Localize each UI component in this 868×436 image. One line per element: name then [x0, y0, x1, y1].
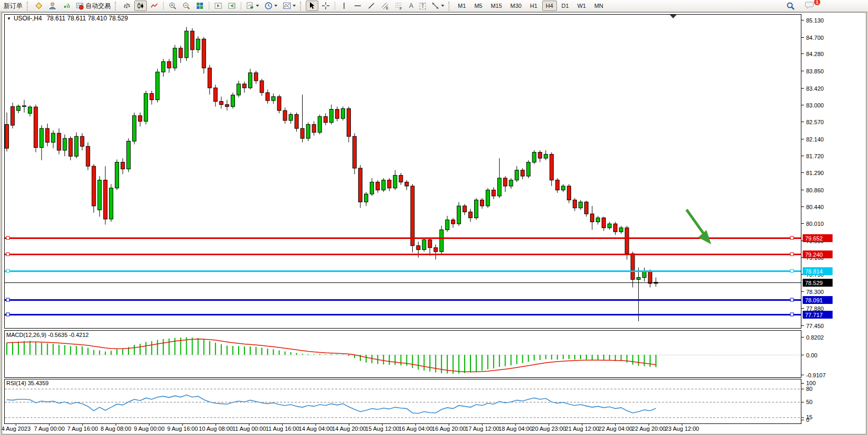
time-tick-label: 23 Aug 12:00	[665, 426, 699, 432]
crosshair-icon	[322, 2, 330, 10]
hline-handle	[6, 313, 9, 316]
bear-candle	[57, 133, 61, 150]
bar-chart-button[interactable]	[121, 1, 133, 11]
candlestick-chart-button[interactable]	[134, 1, 147, 11]
hline-handle	[790, 269, 794, 272]
timeframe-M1[interactable]: M1	[454, 1, 469, 11]
bull-candle	[127, 141, 131, 169]
order-ticket-button[interactable]	[33, 1, 45, 11]
toolbar-separator	[335, 2, 335, 10]
bear-candle	[225, 105, 229, 107]
timeframe-H4[interactable]: H4	[542, 1, 557, 11]
bear-candle	[555, 180, 559, 190]
price-tick-label: 81.720	[806, 153, 824, 159]
notification-badge[interactable]: 1	[813, 0, 821, 6]
rsi-panel[interactable]	[5, 379, 801, 424]
zoom-in-button[interactable]	[166, 1, 179, 11]
horizontal-line-icon	[353, 2, 362, 10]
timeframes-clock-button[interactable]	[262, 1, 280, 11]
chat-bubble-icon	[805, 1, 814, 9]
tile-windows-button[interactable]	[194, 1, 206, 11]
trader-profile-button[interactable]	[46, 1, 59, 11]
bear-candle	[283, 111, 287, 121]
price-tick-label: 81.290	[806, 170, 824, 176]
price-tick-label: 82.140	[806, 136, 824, 143]
text-tool-button[interactable]: A	[406, 1, 416, 11]
line-chart-button[interactable]	[148, 1, 160, 11]
signals-button[interactable]	[60, 1, 72, 11]
timeframe-MN[interactable]: MN	[591, 1, 607, 11]
bear-candle	[347, 108, 350, 136]
timeframe-M15[interactable]: M15	[487, 1, 506, 11]
bull-candle	[272, 96, 275, 101]
time-tick-label: 7 Aug 00:00	[34, 426, 65, 432]
bear-candle	[179, 48, 183, 58]
search-icon	[786, 2, 795, 10]
rsi-tick-label: 50	[806, 399, 812, 405]
timeframe-D1[interactable]: D1	[558, 1, 573, 11]
bull-candle	[393, 176, 397, 188]
price-tick-label: 78.300	[806, 289, 824, 295]
vertical-line-icon	[340, 2, 348, 10]
vertical-line-tool-button[interactable]	[338, 1, 350, 11]
toolbar-grip	[27, 2, 29, 10]
price-line-badge-label: 77.717	[805, 312, 823, 318]
price-tick-label: 83.000	[806, 102, 824, 108]
price-tick-label: 77.450	[806, 323, 824, 329]
bull-candle	[63, 138, 67, 150]
bear-candle	[103, 180, 107, 219]
hline-handle	[6, 269, 9, 272]
time-tick-label: 14 Aug 04:00	[299, 426, 333, 432]
timeframe-W1[interactable]: W1	[574, 1, 590, 11]
bull-candle	[457, 206, 460, 224]
bear-candle	[86, 146, 90, 166]
zoom-out-button[interactable]	[180, 1, 192, 11]
bull-candle	[237, 84, 241, 95]
arrows-tool-button[interactable]	[429, 1, 446, 11]
main-price-panel[interactable]	[5, 15, 801, 329]
bull-candle	[23, 106, 26, 107]
bull-candle	[637, 278, 640, 280]
bull-candle	[162, 62, 165, 72]
bull-candle	[28, 107, 32, 113]
bear-candle	[492, 190, 496, 196]
toolbar-separator	[209, 2, 209, 10]
bull-candle	[306, 124, 310, 138]
timeframe-M5[interactable]: M5	[470, 1, 486, 11]
time-tick-label: 7 Aug 16:00	[67, 426, 98, 432]
hline-handle	[6, 236, 9, 239]
cursor-tool-button[interactable]	[306, 1, 318, 11]
bull-candle	[527, 162, 530, 177]
equidistant-channel-tool-button[interactable]: E	[379, 1, 391, 11]
bull-candle	[115, 162, 119, 188]
timeframe-H1[interactable]: H1	[526, 1, 541, 11]
bull-candle	[173, 48, 177, 68]
auto-scroll-button[interactable]	[212, 1, 224, 11]
fibonacci-tool-button[interactable]: F	[392, 1, 405, 11]
cursor-icon	[308, 2, 316, 10]
price-line-badge-label: 78.529	[805, 280, 823, 286]
time-tick-label: 10 Aug 08:00	[199, 426, 233, 432]
macd-panel[interactable]	[5, 331, 801, 378]
auto-trading-button[interactable]: 自动交易	[73, 1, 113, 11]
chart-shift-button[interactable]	[226, 1, 238, 11]
time-tick-label: 22 Aug 20:00	[632, 426, 666, 432]
bear-candle	[550, 154, 553, 180]
text-label-tool-button[interactable]: T	[417, 1, 428, 11]
timeframe-M30[interactable]: M30	[507, 1, 525, 11]
crosshair-tool-button[interactable]	[319, 1, 332, 11]
search-button[interactable]	[784, 1, 797, 11]
bear-candle	[538, 152, 542, 158]
new-order-button[interactable]: 新订单	[2, 1, 25, 11]
bull-candle	[74, 136, 78, 156]
bear-candle	[405, 182, 409, 186]
auto-scroll-icon	[214, 2, 222, 10]
bar-chart-icon	[123, 2, 131, 10]
trendline-tool-button[interactable]	[365, 1, 378, 11]
bull-candle	[486, 190, 490, 206]
chart-canvas[interactable]: 85.13084.70084.28083.85083.42083.00082.5…	[0, 0, 868, 436]
new-chart-button[interactable]	[244, 1, 261, 11]
indicators-button[interactable]	[281, 1, 298, 11]
price-tick-label: 80.010	[806, 221, 824, 227]
horizontal-line-tool-button[interactable]	[351, 1, 364, 11]
